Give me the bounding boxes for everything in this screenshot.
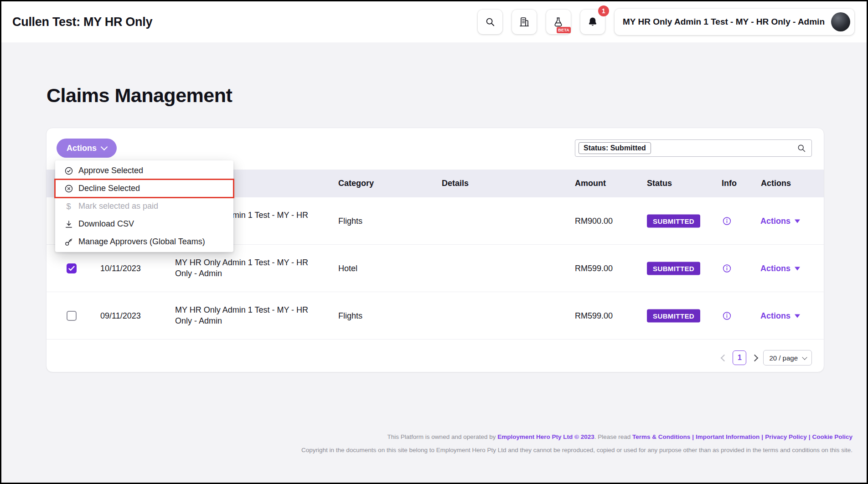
footer: This Platform is owned and operated by E… <box>301 433 852 453</box>
footer-line1: This Platform is owned and operated by E… <box>301 433 852 440</box>
status-badge: SUBMITTED <box>647 262 700 275</box>
search-button[interactable] <box>478 10 502 34</box>
footer-link-terms[interactable]: Terms & Conditions <box>632 433 690 440</box>
download-icon <box>64 219 73 229</box>
column-header-details: Details <box>442 170 469 197</box>
claim-category: Hotel <box>338 263 357 273</box>
column-header-amount: Amount <box>575 170 606 197</box>
prev-page-button[interactable] <box>721 354 728 361</box>
footer-line2: Copyright in the documents on this site … <box>301 447 852 453</box>
claim-employee: MY HR Only Admin 1 Test - MY - HR Only -… <box>175 304 321 327</box>
table-row: 09/11/2023 MY HR Only Admin 1 Test - MY … <box>46 292 824 340</box>
bell-icon <box>587 16 598 27</box>
search-icon <box>797 144 806 153</box>
claim-amount: RM599.00 <box>575 263 613 273</box>
menu-item-download-csv[interactable]: Download CSV <box>55 215 233 233</box>
column-header-category: Category <box>338 170 374 197</box>
pagination: 1 20 / page <box>722 350 812 366</box>
status-badge: SUBMITTED <box>647 214 700 227</box>
chevron-down-icon <box>802 355 807 360</box>
filter-search-input[interactable]: Status: Submitted <box>575 139 812 157</box>
claim-amount: RM599.00 <box>575 311 613 320</box>
row-actions-button[interactable]: Actions <box>760 311 800 320</box>
footer-link-important-information[interactable]: Important Information <box>696 433 760 440</box>
key-icon <box>64 237 73 247</box>
menu-item-approve-selected[interactable]: Approve Selected <box>55 162 233 180</box>
claim-employee: MY HR Only Admin 1 Test - MY - HR Only -… <box>175 257 321 280</box>
notification-badge: 1 <box>598 5 609 16</box>
claim-date: 10/11/2023 <box>100 263 141 273</box>
footer-link-cookie-policy[interactable]: Cookie Policy <box>812 433 852 440</box>
status-badge: SUBMITTED <box>647 309 700 322</box>
actions-button-label: Actions <box>67 144 97 153</box>
page: Cullen Test: MY HR Only BETA <box>0 0 868 484</box>
notifications-button[interactable]: 1 <box>580 10 605 34</box>
caret-down-icon <box>795 267 800 271</box>
user-menu[interactable]: MY HR Only Admin 1 Test - MY - HR Only -… <box>615 9 854 35</box>
app-title: Cullen Test: MY HR Only <box>12 15 152 29</box>
claim-category: Flights <box>338 311 362 320</box>
footer-link-company[interactable]: Employment Hero Pty Ltd © 2023 <box>497 433 594 440</box>
column-header-actions: Actions <box>761 170 791 197</box>
row-checkbox[interactable] <box>67 263 77 273</box>
top-header: Cullen Test: MY HR Only BETA <box>1 1 867 42</box>
info-icon[interactable] <box>722 216 732 226</box>
page-size-value: 20 / page <box>769 354 798 362</box>
avatar <box>831 12 850 31</box>
info-icon[interactable] <box>722 263 732 273</box>
check-circle-icon <box>64 166 73 175</box>
row-actions-button[interactable]: Actions <box>760 216 800 226</box>
claim-category: Flights <box>338 216 362 226</box>
x-circle-icon <box>64 184 73 193</box>
actions-button[interactable]: Actions <box>57 139 117 158</box>
organisation-button[interactable] <box>512 10 537 34</box>
chevron-down-icon <box>101 144 108 151</box>
menu-item-decline-selected[interactable]: Decline Selected <box>55 180 233 197</box>
user-menu-label: MY HR Only Admin 1 Test - MY - HR Only -… <box>623 17 825 27</box>
page-title: Claims Management <box>46 84 232 107</box>
caret-down-icon <box>795 314 800 318</box>
status-filter-tag[interactable]: Status: Submitted <box>579 142 651 154</box>
footer-link-privacy-policy[interactable]: Privacy Policy <box>765 433 807 440</box>
current-page-button[interactable]: 1 <box>733 350 746 365</box>
column-header-info: Info <box>722 170 737 197</box>
column-header-status: Status <box>647 170 672 197</box>
beta-badge: BETA <box>557 27 571 33</box>
page-size-select[interactable]: 20 / page <box>763 350 812 366</box>
flask-icon <box>553 17 563 27</box>
search-icon <box>485 17 495 27</box>
actions-dropdown-menu: Approve Selected Decline Selected $ Mark… <box>55 160 233 252</box>
row-actions-button[interactable]: Actions <box>760 263 800 273</box>
labs-beta-button[interactable]: BETA <box>546 10 571 34</box>
caret-down-icon <box>795 220 800 223</box>
topbar-actions: BETA 1 MY HR Only Admin 1 Test - MY - HR… <box>478 9 854 35</box>
claim-amount: RM900.00 <box>575 216 613 226</box>
info-icon[interactable] <box>722 311 732 320</box>
building-icon <box>519 16 530 27</box>
row-checkbox[interactable] <box>67 311 77 321</box>
claim-date: 09/11/2023 <box>100 311 141 320</box>
menu-item-manage-approvers[interactable]: Manage Approvers (Global Teams) <box>55 233 233 251</box>
next-page-button[interactable] <box>751 354 759 361</box>
dollar-icon: $ <box>64 201 73 211</box>
menu-item-mark-selected-as-paid: $ Mark selected as paid <box>55 197 233 215</box>
